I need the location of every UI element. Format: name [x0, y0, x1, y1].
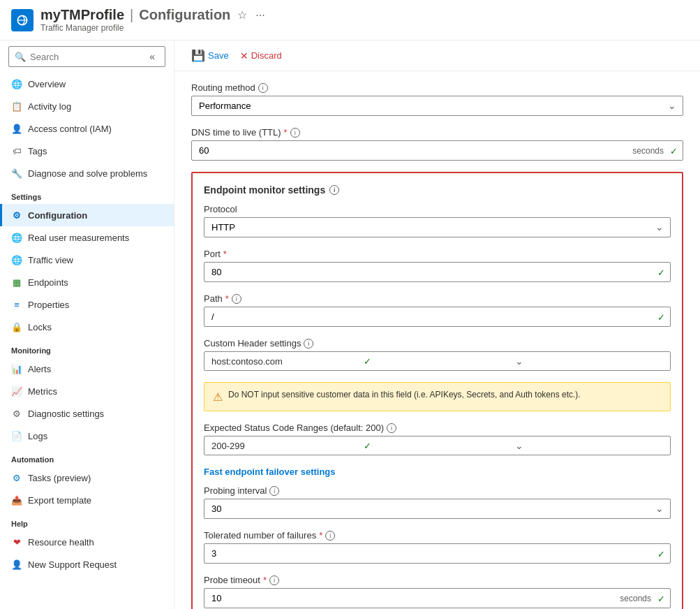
status-code-check-icon: ✓	[364, 441, 512, 451]
sidebar-item-export-template[interactable]: 📤 Export template	[0, 489, 174, 511]
save-label: Save	[208, 50, 229, 61]
sidebar-item-label: Metrics	[28, 386, 57, 397]
custom-header-info-icon[interactable]: i	[304, 339, 313, 348]
sidebar-item-logs[interactable]: 📄 Logs	[0, 425, 174, 447]
logs-icon: 📄	[11, 430, 22, 441]
routing-method-group: Routing method i Performance Priority We…	[191, 82, 683, 116]
sidebar-item-locks[interactable]: 🔒 Locks	[0, 316, 174, 338]
custom-header-select-box[interactable]: host:contoso.com ✓ ⌄	[204, 351, 671, 371]
sidebar-item-tags[interactable]: 🏷 Tags	[0, 140, 174, 162]
health-icon: ❤	[11, 536, 22, 548]
sidebar-item-label: Alerts	[28, 364, 51, 374]
sidebar-item-metrics[interactable]: 📈 Metrics	[0, 380, 174, 402]
globe-icon: 🌐	[11, 78, 22, 89]
sidebar-item-traffic-view[interactable]: 🌐 Traffic view	[0, 249, 174, 271]
dns-ttl-info-icon[interactable]: i	[290, 128, 300, 138]
sidebar-item-activity-log[interactable]: 📋 Activity log	[0, 95, 174, 117]
dns-ttl-input[interactable]	[191, 140, 683, 161]
probing-interval-label: Probing interval i	[204, 485, 671, 496]
custom-header-label: Custom Header settings i	[204, 338, 671, 348]
sidebar-item-label: Traffic view	[28, 255, 73, 265]
port-label: Port *	[204, 249, 671, 259]
probe-timeout-group: Probe timeout * i ✓ seconds	[204, 575, 671, 608]
sidebar-item-tasks[interactable]: ⚙ Tasks (preview)	[0, 467, 174, 489]
path-group: Path * i ✓	[204, 293, 671, 327]
save-icon: 💾	[191, 49, 205, 62]
sidebar-item-resource-health[interactable]: ❤ Resource health	[0, 531, 174, 553]
sidebar-item-label: Overview	[28, 79, 66, 89]
help-section-header: Help	[0, 511, 174, 531]
probing-interval-select[interactable]: 30 10	[204, 499, 671, 519]
sidebar-item-alerts[interactable]: 📊 Alerts	[0, 358, 174, 380]
path-input[interactable]	[204, 307, 671, 327]
tasks-icon: ⚙	[11, 472, 22, 483]
sidebar-item-endpoints[interactable]: ▦ Endpoints	[0, 271, 174, 293]
endpoint-monitor-title: Endpoint monitor settings i	[204, 184, 671, 196]
probe-timeout-input[interactable]	[204, 588, 671, 608]
warning-box: ⚠ Do NOT input sensitive customer data i…	[204, 382, 671, 411]
sidebar-item-label: Configuration	[28, 210, 87, 221]
search-container: 🔍 «	[0, 41, 174, 73]
sidebar-item-label: Logs	[28, 431, 47, 441]
protocol-label: Protocol	[204, 204, 671, 214]
search-input[interactable]	[30, 52, 141, 62]
save-button[interactable]: 💾 Save	[191, 46, 229, 65]
sidebar-item-label: New Support Request	[28, 559, 117, 570]
header: myTMProfile | Configuration ☆ ··· Traffi…	[0, 0, 700, 41]
routing-method-info-icon[interactable]: i	[258, 83, 268, 93]
header-title-group: myTMProfile | Configuration ☆ ··· Traffi…	[40, 7, 265, 33]
path-info-icon[interactable]: i	[232, 294, 241, 304]
sidebar-item-properties[interactable]: ≡ Properties	[0, 293, 174, 316]
protocol-select[interactable]: HTTP HTTPS TCP	[204, 217, 671, 237]
path-required: *	[225, 293, 229, 304]
discard-icon: ✕	[240, 50, 248, 61]
locks-icon: 🔒	[11, 321, 22, 332]
automation-section-header: Automation	[0, 447, 174, 467]
real-user-icon: 🌐	[11, 232, 22, 243]
support-icon: 👤	[11, 559, 22, 570]
collapse-button[interactable]: «	[145, 50, 159, 64]
probe-timeout-required: *	[263, 575, 267, 585]
resource-name: myTMProfile	[40, 7, 124, 23]
settings-section-header: Settings	[0, 184, 174, 204]
path-check-icon: ✓	[657, 311, 665, 322]
sidebar-item-new-support[interactable]: 👤 New Support Request	[0, 553, 174, 575]
discard-button[interactable]: ✕ Discard	[240, 47, 282, 64]
endpoint-monitor-info-icon[interactable]: i	[329, 185, 339, 195]
tolerated-failures-info-icon[interactable]: i	[325, 531, 335, 541]
probing-interval-info-icon[interactable]: i	[269, 486, 279, 496]
properties-icon: ≡	[11, 299, 22, 310]
wrench-icon: 🔧	[11, 168, 22, 179]
sidebar-item-diagnostic-settings[interactable]: ⚙ Diagnostic settings	[0, 402, 174, 425]
resource-subtitle: Traffic Manager profile	[40, 23, 265, 33]
tolerated-failures-input[interactable]	[204, 543, 671, 564]
dns-ttl-required: *	[284, 127, 288, 138]
sidebar-item-real-user[interactable]: 🌐 Real user measurements	[0, 226, 174, 249]
favorite-icon[interactable]: ☆	[237, 8, 247, 22]
search-box[interactable]: 🔍 «	[8, 46, 165, 67]
sidebar-item-label: Diagnose and solve problems	[28, 168, 147, 179]
probing-interval-select-wrapper: 30 10	[204, 499, 671, 519]
status-code-info-icon[interactable]: i	[387, 423, 396, 433]
dns-ttl-check-icon: ✓	[670, 145, 678, 156]
sidebar-item-overview[interactable]: 🌐 Overview	[0, 73, 174, 95]
title-separator: |	[130, 7, 133, 23]
custom-header-chevron-icon: ⌄	[515, 355, 663, 367]
sidebar-item-label: Export template	[28, 495, 91, 506]
sidebar-item-iam[interactable]: 👤 Access control (IAM)	[0, 117, 174, 140]
tolerated-failures-input-wrap: ✓	[204, 543, 671, 564]
status-code-label: Expected Status Code Ranges (default: 20…	[204, 423, 671, 433]
monitoring-section-header: Monitoring	[0, 338, 174, 358]
more-options-icon[interactable]: ···	[255, 9, 265, 22]
status-code-select-box[interactable]: 200-299 ✓ ⌄	[204, 436, 671, 455]
sidebar-item-label: Locks	[28, 322, 52, 332]
path-label: Path * i	[204, 293, 671, 304]
port-input[interactable]	[204, 262, 671, 282]
custom-header-group: Custom Header settings i host:contoso.co…	[204, 338, 671, 371]
status-code-chevron-icon: ⌄	[515, 440, 663, 451]
routing-method-select[interactable]: Performance Priority Weighted Geographic	[191, 96, 683, 116]
probe-timeout-info-icon[interactable]: i	[269, 575, 279, 585]
sidebar-item-diagnose[interactable]: 🔧 Diagnose and solve problems	[0, 162, 174, 184]
sidebar-item-configuration[interactable]: ⚙ Configuration	[0, 204, 174, 226]
metrics-icon: 📈	[11, 386, 22, 397]
